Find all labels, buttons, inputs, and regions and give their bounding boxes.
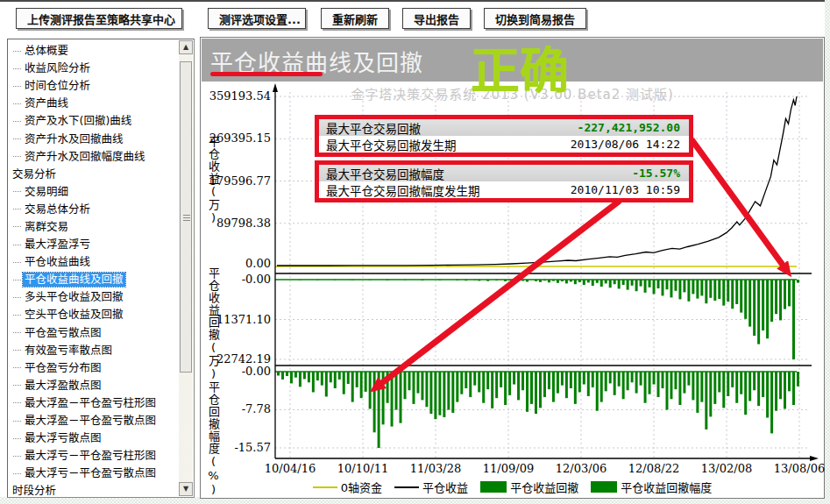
sidebar-item-label: 平仓盈亏散点图 xyxy=(23,326,103,340)
app-window: 上传测评报告至策略共享中心测评选项设置...重新刷新导出报告切换到简易报告 总体… xyxy=(0,0,830,504)
x-tick-label: 11/03/28 xyxy=(402,462,469,475)
sidebar-item[interactable]: 资产升水及回撤曲线 xyxy=(10,130,178,147)
sidebar-item-label: 时间仓位分析 xyxy=(23,79,92,93)
sidebar-item-label: 空头平仓收益及回撤 xyxy=(23,308,125,322)
scrollbar-thumb[interactable] xyxy=(180,61,192,373)
sidebar-item-label: 资产升水及回撤曲线 xyxy=(23,132,125,146)
sidebar-item-label: 资产及水下(回撤)曲线 xyxy=(23,114,133,128)
sidebar-item[interactable]: 最大浮亏散点图 xyxy=(10,429,178,447)
y-axis-title-drawdown: 平仓收益回撤(万)平仓回撤幅度(%) xyxy=(205,267,222,497)
sidebar-item[interactable]: 有效盈亏率散点图 xyxy=(10,342,178,359)
stat-value: 2013/08/06 14:22 xyxy=(571,138,680,151)
sidebar-item-label: 最大浮亏－平仓盈亏散点图 xyxy=(23,466,158,480)
sidebar-item-label: 最大浮盈散点图 xyxy=(23,379,103,393)
sidebar-item[interactable]: 离群交易 xyxy=(10,218,178,236)
sidebar-item[interactable]: 最大浮盈－平仓盈亏柱形图 xyxy=(10,394,178,412)
sidebar-item[interactable]: 交易总体分析 xyxy=(10,201,178,218)
y-tick-label: -0.00 xyxy=(201,273,271,286)
report-sidebar: 总体概要收益风险分析时间仓位分析资产曲线资产及水下(回撤)曲线资产升水及回撤曲线… xyxy=(7,39,195,498)
sidebar-item-label: 平仓收益曲线及回撤 xyxy=(23,273,125,287)
legend-item: 平仓收益回撤 xyxy=(480,479,578,495)
sidebar-item-label: 最大浮盈－平仓盈亏柱形图 xyxy=(23,396,158,410)
legend-item: 平仓收益 xyxy=(394,479,468,495)
legend-swatch xyxy=(480,481,507,493)
correct-stamp: 正确 xyxy=(471,46,569,96)
y-tick-label: 179596.77 xyxy=(201,174,271,188)
x-tick-label: 10/04/16 xyxy=(257,462,323,475)
legend-swatch xyxy=(394,486,419,488)
sidebar-item-label: 最大浮盈浮亏 xyxy=(23,238,92,252)
profit-drawdown-chart xyxy=(201,38,826,500)
sidebar-item-label: 离群交易 xyxy=(23,220,70,234)
chart-legend: 0轴资金平仓收益平仓收益回撤平仓收益回撤幅度 xyxy=(201,479,824,495)
x-tick-label: 13/08/06 xyxy=(766,462,830,475)
sidebar-item[interactable]: 空头平仓收益及回撤 xyxy=(10,306,178,323)
chart-panel: 金字塔决策交易系统 2013 (V3.00 Beta2 测试版) 平仓收益曲线及… xyxy=(200,37,825,499)
sidebar-item-label: 资产曲线 xyxy=(23,96,70,110)
y-tick-label: -0.00 xyxy=(201,365,271,378)
sidebar-item[interactable]: 平仓收益曲线 xyxy=(10,253,178,271)
sidebar-scrollbar[interactable]: ▲ ▼ xyxy=(179,40,193,496)
sidebar-item[interactable]: 时段分析 xyxy=(10,482,178,495)
legend-swatch xyxy=(313,486,337,488)
sidebar-item-label: 交易分析 xyxy=(11,167,58,181)
stat-label: 最大平仓交易回撤幅度发生期 xyxy=(326,181,480,199)
legend-swatch xyxy=(591,481,617,493)
toolbar-button-1[interactable]: 测评选项设置... xyxy=(208,8,306,29)
scroll-down-icon[interactable]: ▼ xyxy=(179,482,193,496)
y-tick-label: 89798.38 xyxy=(201,217,271,230)
sidebar-item[interactable]: 平仓盈亏分布图 xyxy=(10,359,178,377)
y-tick-label: -7.78 xyxy=(201,402,271,415)
sidebar-item[interactable]: 最大浮盈浮亏 xyxy=(10,236,178,253)
x-tick-label: 12/03/06 xyxy=(548,462,614,475)
legend-label: 平仓收益回撤 xyxy=(510,479,578,495)
sidebar-item[interactable]: 收益风险分析 xyxy=(10,60,178,77)
legend-label: 平仓收益 xyxy=(422,479,468,495)
toolbar-button-3[interactable]: 导出报告 xyxy=(402,8,471,29)
sidebar-item[interactable]: 多头平仓收益及回撤 xyxy=(10,288,178,306)
y-tick-label: -11371.10 xyxy=(201,313,271,326)
sidebar-item-label: 交易明细 xyxy=(23,185,70,199)
sidebar-item[interactable]: 总体概要 xyxy=(10,42,178,60)
max-drawdown-annotation-box: 最大平仓交易回撤 -227,421,952.00 最大平仓交易回撤发生期 201… xyxy=(315,115,693,157)
sidebar-item[interactable]: 最大浮盈－平仓盈亏散点图 xyxy=(10,412,178,429)
stat-value: -15.57% xyxy=(632,167,680,180)
sidebar-item[interactable]: 资产升水及回撤幅度曲线 xyxy=(10,148,178,166)
toolbar-button-4[interactable]: 切换到简易报告 xyxy=(484,8,586,29)
x-tick-label: 11/09/09 xyxy=(475,462,542,475)
sidebar-item[interactable]: 交易分析 xyxy=(10,166,178,183)
sidebar-item[interactable]: 最大浮盈散点图 xyxy=(10,377,178,394)
sidebar-item[interactable]: 时间仓位分析 xyxy=(10,77,178,95)
toolbar-button-0[interactable]: 上传测评报告至策略共享中心 xyxy=(16,8,182,29)
y-tick-label: -22742.19 xyxy=(201,352,271,366)
stat-value: -227,421,952.00 xyxy=(578,121,680,134)
sidebar-item[interactable]: 资产及水下(回撤)曲线 xyxy=(10,112,178,130)
max-drawdown-pct-annotation-box: 最大平仓交易回撤幅度 -15.57% 最大平仓交易回撤幅度发生期 2010/11… xyxy=(315,160,693,202)
sidebar-item-label: 总体概要 xyxy=(23,44,70,58)
sidebar-item[interactable]: 资产曲线 xyxy=(10,95,178,112)
sidebar-item[interactable]: 最大浮亏－平仓盈亏散点图 xyxy=(10,465,178,482)
toolbar-button-2[interactable]: 重新刷新 xyxy=(321,8,389,29)
stat-label: 最大平仓交易回撤 xyxy=(326,119,421,137)
legend-label: 0轴资金 xyxy=(341,479,382,495)
y-tick-label: 0.00 xyxy=(201,257,271,270)
y-tick-label: 269395.15 xyxy=(201,131,271,145)
sidebar-item-label: 平仓收益曲线 xyxy=(23,255,92,269)
toolbar: 上传测评报告至策略共享中心测评选项设置...重新刷新导出报告切换到简易报告 xyxy=(0,4,825,37)
report-tree: 总体概要收益风险分析时间仓位分析资产曲线资产及水下(回撤)曲线资产升水及回撤曲线… xyxy=(10,42,178,495)
sidebar-item[interactable]: 最大浮亏－平仓盈亏柱形图 xyxy=(10,447,178,465)
thumb-grip xyxy=(183,215,190,221)
sidebar-item-selected[interactable]: 平仓收益曲线及回撤 xyxy=(10,271,178,288)
stat-label: 最大平仓交易回撤发生期 xyxy=(326,136,457,153)
x-tick-label: 13/02/08 xyxy=(693,462,760,475)
sidebar-item-label: 交易总体分析 xyxy=(23,202,92,217)
sidebar-item-label: 最大浮盈－平仓盈亏散点图 xyxy=(23,414,158,428)
sidebar-item-label: 最大浮亏－平仓盈亏柱形图 xyxy=(23,449,158,463)
sidebar-item[interactable]: 交易明细 xyxy=(10,183,178,201)
sidebar-item-label: 最大浮亏散点图 xyxy=(23,431,103,445)
legend-label: 平仓收益回撤幅度 xyxy=(621,479,712,495)
scroll-up-icon[interactable]: ▲ xyxy=(179,40,193,54)
sidebar-item-label: 多头平仓收益及回撤 xyxy=(23,290,125,304)
y-tick-label: -15.57 xyxy=(201,441,271,454)
sidebar-item[interactable]: 平仓盈亏散点图 xyxy=(10,324,178,342)
